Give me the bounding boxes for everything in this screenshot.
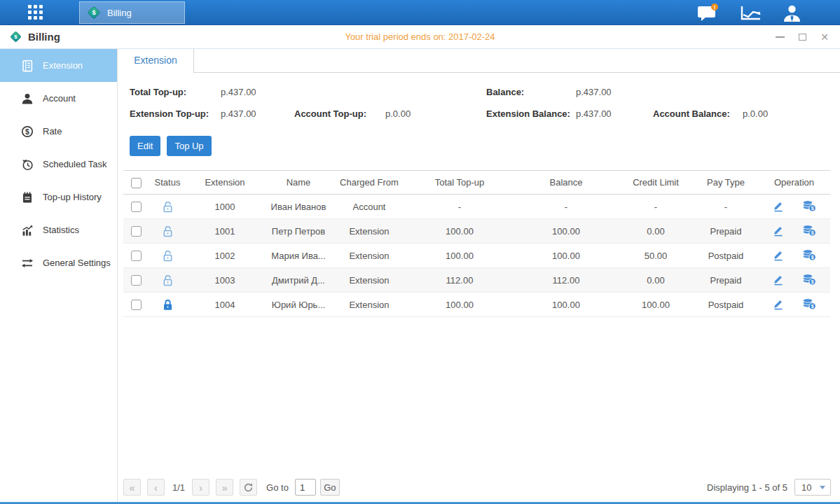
- billing-app-icon: $: [86, 5, 102, 20]
- sidebar-item-account[interactable]: Account: [0, 82, 117, 115]
- balance-cell: -: [514, 195, 618, 219]
- lock-open-icon: [162, 249, 174, 262]
- lock-open-icon: [162, 200, 174, 214]
- bar-chart-icon: [21, 224, 34, 237]
- maximize-button[interactable]: [799, 34, 806, 41]
- extension-cell: 1002: [186, 244, 263, 268]
- svg-text:$: $: [92, 9, 96, 16]
- topup-row-icon[interactable]: $: [802, 224, 816, 239]
- total-topup-label: Total Top-up:: [130, 87, 186, 97]
- extension-cell: 1000: [186, 195, 263, 219]
- edit-button[interactable]: Edit: [130, 136, 160, 156]
- row-checkbox[interactable]: [131, 226, 142, 237]
- sidebar-item-rate[interactable]: $ Rate: [0, 115, 117, 148]
- edit-row-icon[interactable]: [772, 273, 785, 288]
- pay-type-cell: Postpaid: [694, 244, 758, 268]
- account-topup-value: p.0.00: [385, 108, 411, 119]
- edit-row-icon[interactable]: [772, 224, 785, 239]
- coins-icon: $: [802, 224, 816, 237]
- lock-status-icon: [162, 200, 174, 211]
- pencil-icon: [772, 224, 785, 237]
- tab-extension[interactable]: Extension: [118, 49, 194, 73]
- app-window: $ Billing !: [0, 0, 840, 504]
- total-topup-cell: 112.00: [405, 268, 514, 293]
- window-title: Billing: [28, 31, 60, 43]
- top-up-button[interactable]: Top Up: [167, 136, 211, 156]
- select-all-checkbox[interactable]: [131, 178, 142, 188]
- col-balance: Balance: [514, 171, 618, 195]
- coins-icon: $: [802, 273, 816, 286]
- col-operation: Operation: [758, 171, 830, 195]
- pencil-icon: [772, 298, 785, 310]
- taskbar-tab-billing[interactable]: $ Billing: [79, 1, 185, 24]
- transfer-arrows-icon: [21, 257, 34, 270]
- extensions-table: Status Extension Name Charged From Total…: [123, 170, 830, 317]
- taskbar-tab-label: Billing: [107, 8, 132, 18]
- page-size-value: 10: [795, 482, 811, 493]
- displaying-text: Displaying 1 - 5 of 5: [707, 482, 787, 493]
- page-size-dropdown[interactable]: 10: [794, 479, 831, 496]
- close-button[interactable]: ✕: [820, 32, 829, 42]
- window-titlebar: $ Billing Your trial period ends on: 201…: [0, 25, 840, 49]
- edit-row-icon[interactable]: [772, 248, 785, 263]
- last-page-button[interactable]: »: [216, 479, 233, 496]
- sidebar-item-label: Account: [43, 93, 76, 104]
- edit-row-icon[interactable]: [772, 298, 785, 312]
- table-header-row: Status Extension Name Charged From Total…: [123, 171, 830, 195]
- balance-cell: 100.00: [514, 244, 618, 268]
- row-checkbox[interactable]: [131, 275, 142, 286]
- name-cell: Мария Ива...: [263, 244, 333, 268]
- extension-topup-value: p.437.00: [221, 108, 256, 119]
- table-row: 1000 Иван Иванов Account - - - -: [123, 195, 830, 219]
- goto-page-input[interactable]: [295, 479, 316, 496]
- first-page-button[interactable]: «: [123, 479, 141, 496]
- edit-row-icon[interactable]: [772, 200, 785, 214]
- col-credit-limit: Credit Limit: [618, 171, 694, 195]
- balance-label: Balance:: [486, 87, 524, 97]
- next-page-button[interactable]: ›: [192, 479, 209, 496]
- billing-window-icon: $: [9, 30, 22, 43]
- extension-balance-label: Extension Balance:: [486, 108, 570, 119]
- sidebar-item-topup-history[interactable]: Top-up History: [0, 181, 117, 214]
- topup-row-icon[interactable]: $: [802, 298, 816, 312]
- user-menu-button[interactable]: [783, 4, 801, 22]
- col-pay-type: Pay Type: [694, 171, 758, 195]
- name-cell: Иван Иванов: [263, 195, 333, 219]
- topup-row-icon[interactable]: $: [802, 200, 816, 214]
- apps-grid-icon[interactable]: [28, 5, 46, 20]
- sidebar-item-general-settings[interactable]: General Settings: [0, 246, 117, 279]
- coins-icon: $: [802, 248, 816, 261]
- total-topup-value: p.437.00: [221, 87, 256, 97]
- row-checkbox[interactable]: [131, 251, 142, 261]
- user-icon: [783, 4, 801, 22]
- pay-type-cell: Prepaid: [694, 219, 758, 244]
- sidebar-item-statistics[interactable]: Statistics: [0, 214, 117, 246]
- notifications-button[interactable]: !: [697, 4, 719, 22]
- charged-from-cell: Account: [333, 195, 405, 219]
- sidebar-item-scheduled-task[interactable]: Scheduled Task: [0, 148, 117, 181]
- goto-label: Go to: [266, 482, 289, 493]
- prev-page-button[interactable]: ‹: [147, 479, 165, 496]
- dollar-circle-icon: $: [21, 125, 34, 138]
- total-topup-cell: -: [405, 195, 514, 219]
- go-button[interactable]: Go: [320, 479, 340, 496]
- refresh-button[interactable]: [240, 479, 257, 496]
- ledger-icon: [21, 59, 34, 72]
- action-buttons: Edit Top Up: [130, 136, 840, 156]
- sidebar-item-extension[interactable]: Extension: [0, 49, 117, 82]
- person-icon: [21, 92, 34, 105]
- minimize-button[interactable]: [776, 36, 785, 38]
- statistics-report-button[interactable]: [740, 5, 762, 21]
- topup-row-icon[interactable]: $: [802, 273, 816, 288]
- table-row: 1001 Петр Петров Extension 100.00 100.00…: [123, 219, 830, 244]
- topup-row-icon[interactable]: $: [802, 248, 816, 263]
- pay-type-cell: -: [694, 195, 758, 219]
- pagination-bar: « ‹ 1/1 › » Go to Go Displaying 1 - 5 of…: [123, 478, 831, 496]
- charged-from-cell: Extension: [333, 244, 405, 268]
- sidebar-item-label: Scheduled Task: [43, 159, 107, 169]
- col-status: Status: [149, 171, 186, 195]
- sidebar: Extension Account $ Rate: [0, 49, 118, 502]
- row-checkbox[interactable]: [131, 300, 142, 310]
- extension-balance-value: p.437.00: [576, 108, 612, 119]
- row-checkbox[interactable]: [131, 202, 142, 212]
